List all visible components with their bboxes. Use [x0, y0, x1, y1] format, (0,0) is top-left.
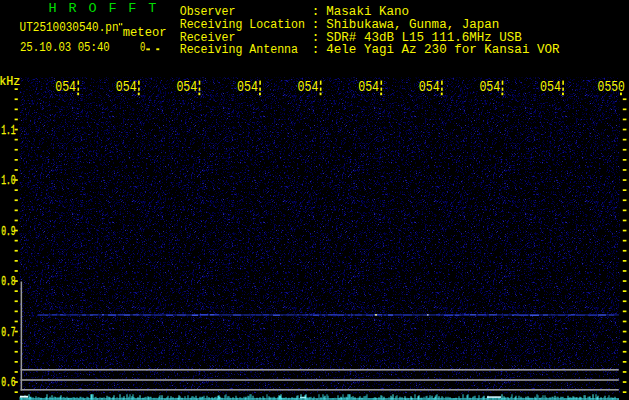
svg-text:054: 054: [237, 79, 258, 96]
svg-text:054: 054: [55, 79, 76, 96]
svg-text:0550: 0550: [598, 79, 625, 96]
svg-text:kHz: kHz: [0, 75, 20, 90]
svg-text:25.10.03 05:40: 25.10.03 05:40: [20, 40, 110, 54]
svg-text:054: 054: [176, 79, 197, 96]
svg-text:054: 054: [540, 79, 561, 96]
svg-text:0.6: 0.6: [1, 375, 15, 389]
svg-text:0.9: 0.9: [1, 224, 15, 238]
svg-text:O: O: [88, 1, 96, 16]
svg-text:T: T: [148, 1, 156, 16]
svg-text:054: 054: [298, 79, 319, 96]
svg-text:F: F: [128, 1, 136, 16]
svg-text::: :: [312, 42, 320, 57]
svg-text:1.1: 1.1: [1, 123, 15, 137]
svg-text:meteor: meteor: [123, 25, 167, 41]
svg-text:UT2510030540.pn: UT2510030540.pn: [20, 20, 119, 35]
svg-text:054: 054: [358, 79, 379, 96]
svg-text:R: R: [69, 1, 77, 16]
svg-text:H: H: [49, 1, 57, 16]
svg-text:0.8: 0.8: [1, 274, 15, 288]
svg-text:054: 054: [419, 79, 440, 96]
svg-text:054: 054: [479, 79, 500, 96]
svg-text:Receiving Antenna: Receiving Antenna: [180, 42, 299, 57]
svg-text:4ele Yagi Az 230 for Kansai VO: 4ele Yagi Az 230 for Kansai VOR: [326, 42, 559, 58]
svg-text:0: 0: [140, 40, 145, 54]
svg-text:0.7: 0.7: [1, 325, 15, 339]
svg-text:1.0: 1.0: [1, 173, 15, 187]
svg-text:F: F: [108, 1, 116, 16]
svg-text:054: 054: [116, 79, 137, 96]
